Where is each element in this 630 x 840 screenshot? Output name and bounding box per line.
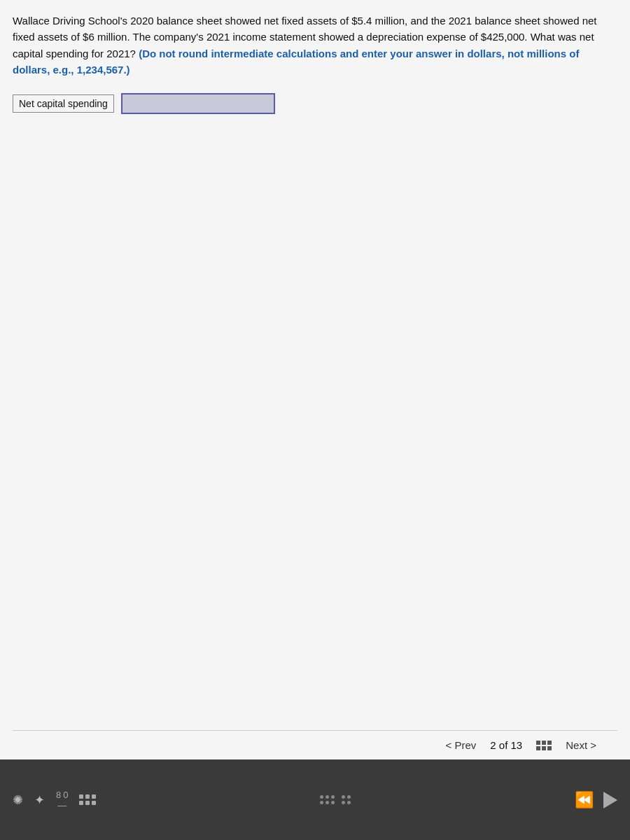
play-button[interactable] xyxy=(603,792,617,808)
taskbar-grid-apps[interactable] xyxy=(79,794,96,805)
taskbar-numbox[interactable]: 8 0 — xyxy=(56,790,68,811)
pagination-bar: < Prev 2 of 13 Next > xyxy=(13,730,617,760)
prev-button[interactable]: < Prev xyxy=(446,739,477,751)
d2 xyxy=(326,795,329,799)
question-text: Wallace Driving School's 2020 balance sh… xyxy=(13,13,617,78)
next-label: Next > xyxy=(566,739,596,751)
taskbar-num-top: 8 xyxy=(56,790,61,800)
d3 xyxy=(331,795,335,799)
page-total: 13 xyxy=(511,739,523,751)
d8 xyxy=(347,795,351,799)
dot4 xyxy=(79,801,83,805)
taskbar-sun2-icon[interactable]: ✦ xyxy=(34,792,45,808)
d1 xyxy=(320,795,323,799)
taskbar-left: ✺ ✦ 8 0 — xyxy=(13,790,96,811)
page-info: 2 of 13 xyxy=(490,739,522,751)
page-separator: of xyxy=(499,739,511,751)
taskbar-num-bottom: 0 xyxy=(63,790,68,800)
dot3 xyxy=(92,794,96,799)
taskbar-center xyxy=(320,795,351,804)
rewind-icon[interactable]: ⏪ xyxy=(575,791,594,809)
d5 xyxy=(326,801,329,804)
answer-row: Net capital spending xyxy=(13,93,617,114)
dot6 xyxy=(92,801,96,805)
taskbar: ✺ ✦ 8 0 — xyxy=(0,760,630,840)
d7 xyxy=(342,795,345,799)
main-content: Wallace Driving School's 2020 balance sh… xyxy=(0,0,630,760)
answer-label: Net capital spending xyxy=(13,94,114,113)
d9 xyxy=(342,801,345,804)
taskbar-sun1-icon[interactable]: ✺ xyxy=(13,792,23,808)
taskbar-dots-2[interactable] xyxy=(342,795,351,804)
dot2 xyxy=(85,794,90,799)
taskbar-dots-1[interactable] xyxy=(320,795,335,804)
next-button[interactable]: Next > xyxy=(566,739,596,751)
d6 xyxy=(331,801,335,804)
net-capital-spending-input[interactable] xyxy=(121,93,275,114)
taskbar-num-single: — xyxy=(57,800,66,811)
d10 xyxy=(347,801,351,804)
dot1 xyxy=(79,794,83,799)
page-current: 2 xyxy=(490,739,496,751)
d4 xyxy=(320,801,323,804)
taskbar-right: ⏪ xyxy=(575,791,617,809)
prev-label: < Prev xyxy=(446,739,477,751)
dot5 xyxy=(85,801,90,805)
content-spacer xyxy=(13,121,617,730)
grid-icon[interactable] xyxy=(536,741,552,750)
